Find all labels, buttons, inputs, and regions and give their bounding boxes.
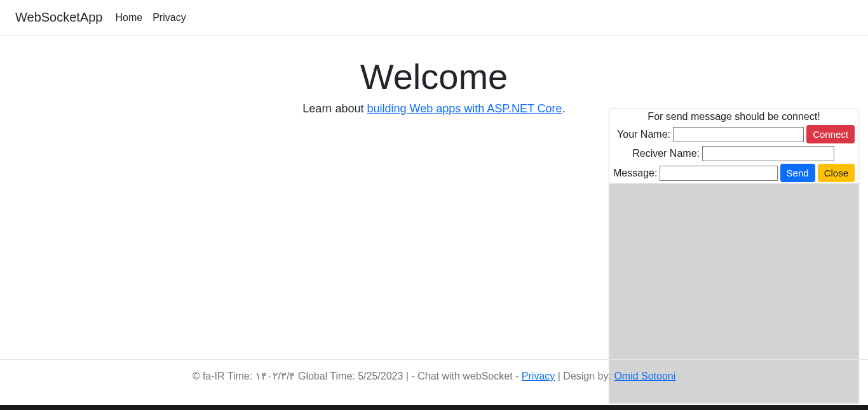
nav-home[interactable]: Home — [111, 7, 148, 29]
chat-status: For send message should be connect! — [609, 109, 858, 124]
receiver-input[interactable] — [702, 146, 834, 161]
lead-prefix: Learn about — [302, 102, 367, 115]
brand[interactable]: WebSocketApp — [8, 5, 111, 30]
footer: © fa-IR Time: ۱۴۰۲/۳/۴ Global Time: 5/25… — [0, 359, 868, 392]
main-content: Welcome Learn about building Web apps wi… — [0, 36, 868, 116]
footer-mid: | Design by: — [555, 371, 614, 381]
footer-text: © fa-IR Time: ۱۴۰۲/۳/۴ Global Time: 5/25… — [193, 371, 522, 381]
send-button[interactable]: Send — [780, 164, 815, 182]
close-button[interactable]: Close — [818, 164, 855, 182]
page-title: Welcome — [0, 56, 868, 97]
your-name-label: Your Name: — [613, 129, 670, 140]
message-row: Message: Send Close — [609, 162, 858, 183]
navbar: WebSocketApp Home Privacy — [0, 0, 868, 36]
nav-links: Home Privacy — [111, 7, 191, 29]
lead-suffix: . — [562, 102, 566, 115]
bottom-bar — [0, 405, 868, 410]
nav-privacy[interactable]: Privacy — [147, 7, 191, 29]
receiver-row: Reciver Name: — [609, 145, 858, 162]
receiver-label: Reciver Name: — [613, 148, 700, 159]
footer-designer-link[interactable]: Omid Sotooni — [614, 371, 675, 381]
your-name-row: Your Name: Connect — [609, 124, 858, 145]
footer-privacy-link[interactable]: Privacy — [522, 371, 555, 381]
your-name-input[interactable] — [673, 127, 804, 142]
message-input[interactable] — [660, 166, 777, 181]
connect-button[interactable]: Connect — [806, 125, 855, 143]
message-label: Message: — [613, 168, 657, 179]
lead-link[interactable]: building Web apps with ASP.NET Core — [367, 102, 562, 115]
